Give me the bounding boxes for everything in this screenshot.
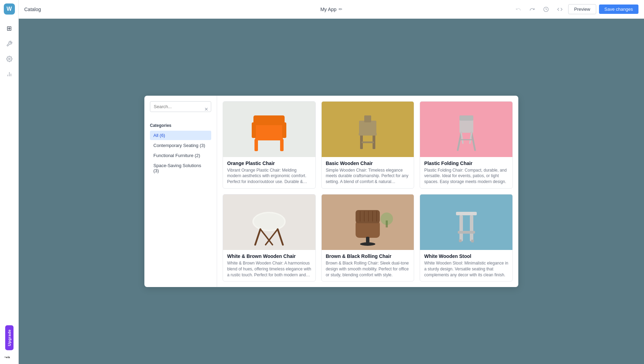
product-title: Plastic Folding Chair	[424, 161, 508, 166]
svg-rect-18	[361, 141, 374, 143]
product-card-orange-plastic-chair[interactable]: Orange Plastic Chair Vibrant Orange Plas…	[223, 101, 316, 189]
svg-text:~wix: ~wix	[4, 356, 10, 359]
product-card-plastic-folding-chair[interactable]: Plastic Folding Chair Plastic Folding Ch…	[420, 101, 513, 189]
search-clear-icon[interactable]: ✕	[204, 106, 208, 112]
svg-point-40	[360, 242, 375, 246]
product-info: Basic Wooden Chair Simple Wooden Chair: …	[322, 157, 414, 188]
product-desc: White & Brown Wooden Chair: A harmonious…	[227, 260, 311, 278]
category-contemporary[interactable]: Contemporary Seating (3)	[150, 141, 211, 150]
search-input[interactable]	[150, 101, 211, 112]
svg-point-0	[8, 58, 10, 60]
svg-line-28	[255, 229, 260, 245]
logo-letter: W	[7, 6, 12, 12]
app-logo[interactable]: W	[4, 3, 15, 15]
product-title: White Wooden Stool	[424, 253, 508, 259]
product-image-white-brown-wooden-chair	[223, 194, 315, 250]
product-info: White Wooden Stool White Wooden Stool: M…	[420, 250, 512, 281]
svg-rect-45	[470, 215, 473, 241]
wix-logo: ~wix	[4, 354, 15, 361]
svg-line-24	[470, 133, 472, 143]
svg-rect-42	[386, 220, 388, 227]
svg-rect-16	[373, 133, 375, 149]
svg-rect-17	[359, 133, 377, 136]
product-desc: Vibrant Orange Plastic Chair: Melding mo…	[227, 167, 311, 185]
sidebar-item-settings[interactable]	[2, 52, 16, 66]
svg-line-31	[266, 229, 278, 245]
product-image-brown-black-rolling-chair	[322, 194, 414, 250]
sidebar-item-analytics[interactable]	[2, 67, 16, 81]
code-button[interactable]	[554, 4, 565, 15]
save-button[interactable]: Save changes	[599, 5, 638, 14]
product-image-plastic-folding-chair	[420, 102, 512, 157]
product-title: Orange Plastic Chair	[227, 161, 311, 166]
catalog-widget: ✕ Categories All (6) Contemporary Seatin…	[144, 96, 518, 287]
page-title: Catalog	[24, 7, 41, 12]
history-button[interactable]	[540, 4, 552, 15]
main-area: Catalog My App ✏ Preview Save changes	[19, 0, 644, 364]
upgrade-button[interactable]: Upgrade	[5, 325, 14, 350]
product-info: Orange Plastic Chair Vibrant Orange Plas…	[223, 157, 315, 188]
product-card-brown-black-rolling-chair[interactable]: Brown & Black Rolling Chair Brown & Blac…	[321, 194, 414, 281]
svg-rect-15	[360, 133, 363, 149]
product-info: Plastic Folding Chair Plastic Folding Ch…	[420, 157, 512, 188]
product-title: Basic Wooden Chair	[326, 161, 410, 166]
product-desc: Brown & Black Rolling Chair: Sleek dual-…	[326, 260, 410, 278]
canvas-area: ✕ Categories All (6) Contemporary Seatin…	[19, 19, 644, 364]
edit-icon[interactable]: ✏	[339, 7, 342, 12]
search-wrapper: ✕	[150, 101, 211, 118]
sidebar-item-dashboard[interactable]: ⊞	[2, 21, 16, 35]
left-sidebar: W ⊞ Upgrade ~wix	[0, 0, 19, 364]
svg-rect-14	[364, 115, 371, 122]
product-title: White & Brown Wooden Chair	[227, 253, 311, 259]
product-card-white-brown-wooden-chair[interactable]: White & Brown Wooden Chair White & Brown…	[223, 194, 316, 281]
app-name: My App	[320, 7, 337, 12]
svg-rect-46	[458, 231, 475, 234]
topbar-center: My App ✏	[320, 7, 342, 12]
svg-rect-47	[459, 239, 462, 242]
svg-line-30	[260, 229, 272, 245]
svg-rect-19	[459, 119, 473, 133]
svg-rect-13	[359, 121, 376, 135]
product-card-basic-wooden-chair[interactable]: Basic Wooden Chair Simple Wooden Chair: …	[321, 101, 414, 189]
svg-rect-39	[366, 237, 369, 243]
svg-line-23	[461, 133, 463, 143]
svg-rect-43	[456, 212, 477, 215]
sidebar-bottom: Upgrade ~wix	[4, 325, 15, 361]
svg-rect-10	[280, 139, 284, 151]
product-info: Brown & Black Rolling Chair Brown & Blac…	[322, 250, 414, 281]
svg-rect-44	[459, 215, 463, 241]
product-desc: Simple Wooden Chair: Timeless elegance m…	[326, 167, 410, 185]
product-desc: White Wooden Stool: Minimalistic eleganc…	[424, 260, 508, 278]
preview-button[interactable]: Preview	[568, 4, 596, 14]
product-card-white-wooden-stool[interactable]: White Wooden Stool White Wooden Stool: M…	[420, 194, 513, 281]
widget-sidebar: ✕ Categories All (6) Contemporary Seatin…	[144, 96, 217, 287]
categories-label: Categories	[150, 123, 211, 128]
topbar-right: Preview Save changes	[513, 4, 638, 15]
topbar: Catalog My App ✏ Preview Save changes	[19, 0, 644, 19]
product-image-orange-plastic-chair	[223, 102, 315, 157]
svg-point-27	[254, 213, 284, 230]
product-info: White & Brown Wooden Chair White & Brown…	[223, 250, 315, 281]
redo-button[interactable]	[527, 4, 538, 15]
sidebar-item-tools[interactable]	[2, 37, 16, 51]
category-space-saving[interactable]: Space-Saving Solutions (3)	[150, 161, 211, 175]
product-title: Brown & Black Rolling Chair	[326, 253, 410, 259]
category-all[interactable]: All (6)	[150, 131, 211, 140]
svg-line-22	[472, 133, 475, 150]
svg-rect-33	[356, 210, 380, 223]
product-image-white-wooden-stool	[420, 194, 512, 250]
svg-line-29	[278, 229, 283, 245]
svg-rect-8	[253, 115, 285, 125]
category-functional[interactable]: Functional Furniture (2)	[150, 151, 211, 160]
svg-rect-48	[471, 240, 474, 243]
topbar-left: Catalog	[24, 7, 41, 12]
product-image-basic-wooden-chair	[322, 102, 414, 157]
svg-rect-9	[254, 139, 258, 151]
svg-rect-20	[459, 115, 473, 121]
products-grid: Orange Plastic Chair Vibrant Orange Plas…	[217, 96, 518, 287]
product-desc: Plastic Folding Chair: Compact, durable,…	[424, 167, 508, 185]
svg-line-21	[458, 133, 461, 150]
undo-button[interactable]	[513, 4, 524, 15]
svg-rect-11	[252, 122, 256, 138]
svg-rect-12	[282, 122, 286, 138]
